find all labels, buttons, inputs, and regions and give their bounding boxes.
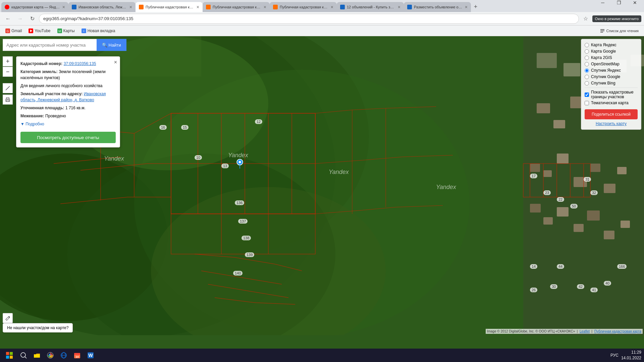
bookmark-youtube-label: YouTube — [35, 28, 50, 33]
minimize-button[interactable]: ─ — [595, 0, 610, 8]
land-purpose-value: Для ведения личного подсобного хозяйства — [20, 83, 102, 88]
close-button[interactable]: ✕ — [627, 0, 643, 8]
customize-map-link[interactable]: Настроить карту — [585, 121, 638, 126]
taskbar-ie-button[interactable] — [58, 349, 70, 361]
thematic-map-checkbox[interactable] — [585, 101, 589, 105]
taskbar-search-button[interactable] — [17, 349, 30, 361]
tab-6[interactable]: 12 объявлений - Купить земл... × — [337, 2, 404, 12]
show-cadastral-label[interactable]: Показать кадастровые границы участков — [585, 90, 638, 99]
new-tab-button[interactable]: + — [471, 2, 480, 11]
browser-chrome: кадастровая карта — Яндекс... × Ивановск… — [0, 0, 644, 36]
tab-bar: кадастровая карта — Яндекс... × Ивановск… — [0, 0, 644, 12]
print-button[interactable] — [3, 95, 13, 105]
reading-list-label: Список для чтения — [606, 29, 639, 33]
forward-button[interactable]: → — [15, 13, 25, 24]
tab-4-close[interactable]: × — [264, 4, 266, 10]
tab-5-close[interactable]: × — [331, 4, 333, 10]
ruler-tool-button[interactable] — [3, 83, 13, 93]
tab-3[interactable]: Публичная кадастровая карт... × — [136, 2, 203, 12]
layer-google-map-radio[interactable] — [585, 49, 589, 54]
cadastral-map-link[interactable]: Публичная кадастровая карта — [594, 329, 641, 333]
svg-line-77 — [25, 357, 26, 358]
land-purpose-field: Для ведения личного подсобного хозяйства — [20, 83, 116, 89]
svg-line-67 — [7, 88, 8, 88]
plot-label-10: 10 — [195, 155, 202, 160]
tab-6-close[interactable]: × — [398, 4, 400, 10]
layer-yandex-sat-radio[interactable] — [585, 68, 589, 73]
search-button[interactable]: 🔍 Найти — [97, 39, 126, 51]
plot-label-14: 14 — [530, 264, 537, 269]
start-button[interactable] — [3, 349, 16, 361]
svg-rect-74 — [6, 356, 9, 359]
plot-label-22: 22 — [557, 197, 564, 202]
bookmark-youtube[interactable]: YouTube — [26, 27, 53, 34]
layer-bing-sat-radio[interactable] — [585, 81, 589, 85]
show-cadastral-checkbox[interactable] — [585, 93, 589, 97]
reload-button[interactable]: ↻ — [27, 13, 38, 24]
map-container[interactable]: 16 15 12 10 13 136 137 138 139 140 17 23… — [0, 36, 644, 335]
plot-label-138: 138 — [241, 236, 251, 240]
plot-label-139: 139 — [245, 252, 254, 257]
svg-rect-20 — [537, 103, 550, 113]
layer-google-sat-radio[interactable] — [585, 75, 589, 79]
layer-2gis-map-radio[interactable] — [585, 56, 589, 60]
cadastral-number-label: Кадастровый номер: — [20, 61, 62, 66]
windows-logo-icon — [5, 351, 13, 359]
tab-5-favicon — [273, 5, 278, 9]
layer-bing-sat-label[interactable]: Спутник Bing — [585, 81, 638, 85]
share-link-button[interactable]: Поделиться ссылкой — [585, 109, 638, 119]
svg-text:+: + — [83, 29, 85, 33]
thematic-map-label[interactable]: Тематическая карта — [585, 101, 638, 105]
taskbar-calendar-button[interactable]: 14 — [71, 349, 83, 361]
taskbar-chrome-button[interactable] — [44, 349, 56, 361]
tab-1[interactable]: кадастровая карта — Яндекс... × — [1, 2, 68, 12]
reading-list-button[interactable]: Список для чтения — [597, 27, 641, 35]
plot-label-166: 166 — [617, 264, 627, 269]
window-controls: ─ ❐ ✕ — [595, 0, 643, 8]
layer-osm-radio[interactable] — [585, 62, 589, 66]
bookmark-gmail[interactable]: G Gmail — [3, 27, 24, 34]
word-icon: W — [87, 352, 94, 359]
back-button[interactable]: ← — [3, 13, 13, 24]
tab-1-close[interactable]: × — [62, 4, 65, 10]
tab-2[interactable]: Ивановская область, Лежнев... × — [68, 2, 136, 12]
edit-icon-button[interactable] — [3, 313, 13, 323]
layer-google-map-label[interactable]: Карта Google — [585, 49, 638, 54]
tab-5[interactable]: Публичная кадастровая карт... × — [270, 2, 337, 12]
svg-rect-34 — [587, 210, 600, 221]
layer-yandex-map-radio[interactable] — [585, 43, 589, 47]
popup-details-link[interactable]: ▼ Подробно — [20, 122, 44, 126]
layer-google-sat-label[interactable]: Спутник Google — [585, 74, 638, 79]
tab-7-favicon — [407, 5, 412, 9]
layer-yandex-sat-label[interactable]: Спутник Яндекс — [585, 68, 638, 73]
bookmark-newtab[interactable]: + Новая вкладка — [79, 27, 118, 34]
layer-2gis-map-label[interactable]: Карта 2GIS — [585, 55, 638, 60]
land-address-label: Земельный участок по адресу: — [20, 92, 83, 96]
report-button[interactable]: Посмотреть доступные отчеты — [20, 132, 116, 143]
svg-rect-73 — [10, 352, 13, 355]
layer-osm-label[interactable]: OpenStreetMap — [585, 62, 638, 66]
taskbar-files-button[interactable] — [31, 349, 43, 361]
zoom-out-button[interactable]: − — [3, 67, 13, 77]
search-input[interactable] — [3, 39, 97, 51]
bookmark-maps[interactable]: M Карты — [55, 27, 77, 34]
address-bar[interactable] — [39, 14, 579, 24]
taskbar-word-button[interactable]: W — [85, 349, 97, 361]
bookmark-star-icon[interactable]: ☆ — [580, 13, 591, 24]
layer-yandex-map-label[interactable]: Карта Яндекс — [585, 43, 638, 47]
cadastral-number-link[interactable]: 37:09:010356:135 — [64, 61, 96, 66]
restore-button[interactable]: ❐ — [611, 0, 627, 8]
popup-close-button[interactable]: × — [114, 59, 117, 65]
land-area-value: 1 716 кв.м. — [65, 106, 86, 110]
plot-label-44: 44 — [557, 264, 564, 269]
tab-1-title: кадастровая карта — Яндекс... — [11, 5, 60, 9]
tab-7[interactable]: Разместить объявление о про... × — [404, 2, 471, 12]
leaflet-link[interactable]: Leaflet — [580, 329, 590, 333]
svg-rect-21 — [553, 120, 565, 128]
tab-3-close[interactable]: × — [197, 4, 199, 10]
zoom-in-button[interactable]: + — [3, 56, 13, 66]
tab-4[interactable]: Публичная кадастровая карт... × — [203, 2, 270, 12]
tab-2-close[interactable]: × — [129, 4, 132, 10]
tab-7-close[interactable]: × — [465, 4, 468, 10]
layer-yandex-map-text: Карта Яндекс — [591, 43, 616, 47]
